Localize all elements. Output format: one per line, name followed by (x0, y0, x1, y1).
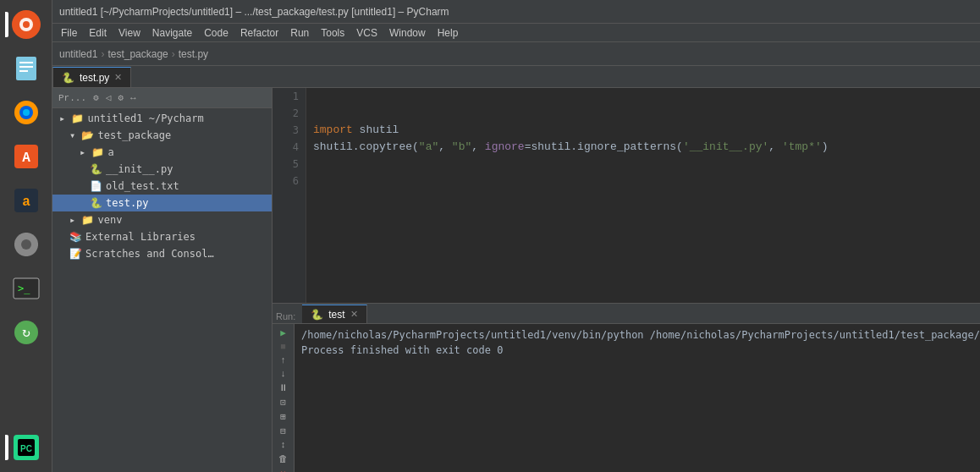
line-1: 1 (273, 88, 306, 105)
terminal-icon[interactable]: >_ (5, 267, 47, 310)
run-popout-button[interactable]: ⊡ (275, 397, 292, 408)
line-5: 5 (273, 156, 306, 173)
code-line-6 (313, 173, 980, 189)
run-down-button[interactable]: ↓ (275, 369, 292, 379)
sidebar-expand-icon[interactable]: ↔ (128, 92, 139, 104)
line-4: 4 (273, 139, 306, 156)
firefox-icon[interactable] (5, 91, 47, 134)
tree-item-old-test-txt[interactable]: 📄 old_test.txt (52, 178, 272, 195)
breadcrumb: untitled1 › test_package › test.py (52, 42, 980, 66)
line-numbers: 1 2 3 4 5 6 (273, 88, 306, 303)
svg-text:↻: ↻ (22, 326, 30, 341)
project-tree: ▸ 📁 untitled1 ~/Pycharm ▾ 📂 test_package… (52, 108, 272, 472)
tree-item-init-py[interactable]: 🐍 __init__.py (52, 161, 272, 178)
run-tab-close[interactable]: ✕ (350, 309, 358, 320)
sidebar: Pr... ⚙ ◁ ⚙ ↔ ▸ 📁 untitled1 ~/Pycharm ▾ … (52, 88, 273, 472)
tree-item-untitled1[interactable]: ▸ 📁 untitled1 ~/Pycharm (52, 110, 272, 127)
breadcrumb-item-file[interactable]: test.py (179, 48, 208, 60)
menu-code[interactable]: Code (199, 26, 234, 40)
run-expand-button[interactable]: ↕ (275, 440, 292, 450)
tree-item-test-py[interactable]: 🐍 test.py (52, 195, 272, 211)
files-icon[interactable] (5, 47, 47, 90)
tree-item-venv[interactable]: ▸ 📁 venv (52, 211, 272, 228)
menu-refactor[interactable]: Refactor (235, 26, 284, 40)
code-editor[interactable]: 1 2 3 4 5 6 import shutil shutil.copytre… (273, 88, 980, 303)
sidebar-settings-icon[interactable]: ⚙ (91, 91, 102, 104)
run-settings-button[interactable]: ⊞ (275, 411, 292, 422)
folder-icon: ▸ 📁 (59, 113, 84, 124)
tree-item-test-package[interactable]: ▾ 📂 test_package (52, 127, 272, 144)
code-content[interactable]: import shutil shutil.copytree("a", "b", … (306, 88, 980, 303)
run-rerun-button[interactable]: ↑ (275, 355, 292, 365)
code-line-1 (313, 88, 980, 105)
run-play-button[interactable]: ▶ (275, 327, 292, 338)
appcenter-icon[interactable]: A (5, 135, 47, 178)
sidebar-toolbar: Pr... ⚙ ◁ ⚙ ↔ (52, 88, 272, 108)
breadcrumb-item-package[interactable]: test_package (107, 48, 168, 60)
settings-icon[interactable] (5, 223, 47, 266)
menu-run[interactable]: Run (285, 26, 314, 40)
svg-rect-4 (19, 62, 33, 63)
svg-point-15 (21, 239, 31, 250)
run-toolbar: ▶ ■ ↑ ↓ ⏸ ⊡ ⊞ ⊟ ↕ 🗑 ✕ (273, 324, 295, 472)
svg-rect-17 (25, 251, 28, 256)
menu-tools[interactable]: Tools (316, 26, 350, 40)
breadcrumb-item-project[interactable]: untitled1 (59, 48, 97, 60)
ubuntu-icon[interactable] (5, 3, 47, 46)
code-line-4: shutil.copytree("a", "b", ignore=shutil.… (313, 139, 980, 156)
folder-open-icon: ▾ 📂 (69, 129, 94, 141)
run-label: Run: (273, 310, 299, 323)
svg-text:PC: PC (20, 444, 32, 453)
python-file-icon: 🐍 (90, 163, 102, 175)
run-trash-button[interactable]: 🗑 (275, 453, 292, 464)
amazon-icon[interactable]: a (5, 179, 47, 222)
menu-help[interactable]: Help (432, 26, 464, 40)
run-filter-button[interactable]: ⊟ (275, 425, 292, 436)
bottom-tabs: Run: 🐍 test ✕ (273, 304, 980, 324)
line-2: 2 (273, 105, 306, 122)
terminal-output: /home/nicholas/PycharmProjects/untitled1… (295, 324, 980, 472)
sidebar-scroll-left-icon[interactable]: ◁ (103, 91, 114, 104)
line-3: 3 (273, 122, 306, 139)
scratch-icon: 📝 (69, 248, 82, 260)
menu-vcs[interactable]: VCS (351, 26, 383, 40)
tree-item-a-folder[interactable]: ▸ 📁 a (52, 144, 272, 161)
menu-window[interactable]: Window (384, 26, 431, 40)
svg-rect-5 (19, 66, 33, 68)
txt-file-icon: 📄 (90, 180, 102, 192)
terminal-output-line: Process finished with exit code 0 (301, 343, 973, 358)
venv-folder-icon: ▸ 📁 (69, 214, 94, 226)
editor-area: 1 2 3 4 5 6 import shutil shutil.copytre… (273, 88, 980, 472)
tab-icon: 🐍 (62, 72, 74, 84)
svg-text:>_: >_ (18, 283, 30, 294)
run-tab-label: test (328, 309, 344, 321)
svg-text:a: a (22, 195, 30, 210)
code-line-3: import shutil (313, 122, 980, 139)
tree-item-scratches[interactable]: 📝 Scratches and Consol… (52, 245, 272, 262)
window-title: untitled1 [~/PycharmProjects/untitled1] … (59, 6, 449, 18)
run-pause-button[interactable]: ⏸ (275, 382, 292, 393)
run-tab-icon: 🐍 (311, 309, 323, 321)
pycharm-icon[interactable]: PC (5, 426, 47, 469)
sidebar-settings2-icon[interactable]: ⚙ (115, 91, 126, 104)
svg-point-2 (23, 21, 30, 28)
folder-a-icon: ▸ 📁 (80, 146, 104, 158)
update-manager-icon[interactable]: ↻ (5, 311, 47, 354)
terminal-command-line: /home/nicholas/PycharmProjects/untitled1… (301, 327, 973, 343)
svg-rect-18 (14, 243, 19, 246)
svg-rect-19 (33, 243, 38, 246)
run-tab[interactable]: 🐍 test ✕ (302, 305, 366, 323)
run-close-button[interactable]: ✕ (275, 468, 292, 472)
tab-close-button[interactable]: ✕ (114, 72, 122, 83)
taskbar: A a >_ ↻ PC (0, 0, 52, 472)
menu-edit[interactable]: Edit (84, 26, 112, 40)
tree-item-external-libs[interactable]: 📚 External Libraries (52, 228, 272, 245)
content-area: Pr... ⚙ ◁ ⚙ ↔ ▸ 📁 untitled1 ~/Pycharm ▾ … (52, 88, 980, 472)
menu-file[interactable]: File (56, 26, 82, 40)
tab-test-py[interactable]: 🐍 test.py ✕ (52, 67, 131, 87)
svg-rect-6 (19, 70, 28, 72)
menu-view[interactable]: View (113, 26, 146, 40)
run-stop-button[interactable]: ■ (275, 342, 292, 352)
bottom-panel: Run: 🐍 test ✕ ▶ ■ ↑ ↓ ⏸ ⊡ ⊞ (273, 303, 980, 472)
menu-navigate[interactable]: Navigate (147, 26, 197, 40)
